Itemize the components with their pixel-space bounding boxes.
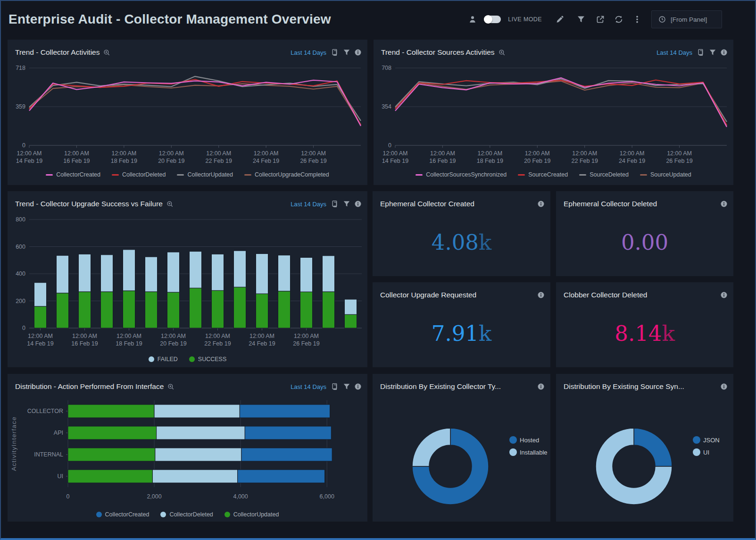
header-controls: LIVE MODE [From Panel] [468, 10, 722, 28]
time-range-label[interactable]: Last 14 Days [291, 383, 326, 390]
legend-label: CollectorCreated [105, 511, 150, 518]
legend-item[interactable]: CollectorSourcesSynchronized [415, 171, 507, 178]
legend-item[interactable]: CollectorUpgradeCompleted [244, 171, 329, 178]
panel-donut-collector-type: Distribution By Existing Collector Ty...… [373, 374, 550, 522]
legend-label[interactable]: UI [703, 449, 709, 456]
zoom-icon[interactable] [167, 383, 174, 390]
info-icon[interactable] [354, 383, 362, 390]
svg-text:12:00 AM: 12:00 AM [161, 333, 186, 339]
svg-text:354: 354 [382, 103, 391, 110]
svg-text:6,000: 6,000 [320, 493, 334, 500]
more-options-icon[interactable] [633, 15, 641, 24]
bar-segment-FAILED [212, 254, 224, 290]
svg-text:359: 359 [16, 103, 25, 110]
legend-label: SUCCESS [198, 356, 226, 363]
legend-marker [96, 512, 102, 517]
filter-icon[interactable] [343, 383, 350, 390]
legend-item[interactable]: CollectorCreated [46, 171, 100, 178]
bar-segment-FAILED [145, 257, 158, 292]
collector-activities-chart: 035971812:00 AM14 Feb 1912:00 AM16 Feb 1… [8, 62, 367, 170]
legend-label: CollectorUpgradeCompleted [255, 171, 329, 178]
info-icon[interactable] [354, 200, 362, 208]
info-icon[interactable] [720, 49, 728, 56]
svg-text:12:00 AM: 12:00 AM [301, 150, 326, 157]
copy-icon[interactable] [698, 49, 705, 56]
panel-trend-upgrade: Trend - Collector Upgrade Success vs Fai… [8, 191, 367, 367]
time-range-label[interactable]: Last 14 Days [656, 49, 692, 56]
legend-label[interactable]: Hosted [520, 437, 539, 444]
panel-ephemeral-collector-deleted: Ephemeral Collector Deleted 0.00 [556, 191, 733, 276]
svg-text:12:00 AM: 12:00 AM [111, 150, 136, 157]
legend-label[interactable]: JSON [703, 437, 720, 444]
legend-item[interactable]: FAILED [149, 356, 178, 363]
filter-icon[interactable] [709, 49, 716, 56]
svg-text:708: 708 [382, 65, 391, 71]
bar-segment-FAILED [234, 251, 246, 287]
info-icon[interactable] [720, 291, 728, 299]
legend-item[interactable]: CollectorCreated [96, 511, 150, 518]
filter-icon[interactable] [577, 15, 585, 24]
panel-distribution-interface: Distribution - Action Performed From Int… [8, 374, 367, 522]
legend-item[interactable]: SourceDeleted [579, 171, 629, 178]
time-range-label[interactable]: Last 14 Days [291, 201, 326, 208]
legend-item[interactable]: CollectorUpdated [177, 171, 233, 178]
bar-segment-CollectorDeleted [152, 470, 237, 483]
legend-item[interactable]: SourceCreated [518, 171, 568, 178]
bar-segment-CollectorUpdated [68, 470, 152, 483]
refresh-icon[interactable] [615, 15, 623, 24]
svg-text:400: 400 [16, 270, 25, 277]
legend-item[interactable]: SourceUpdated [640, 171, 691, 178]
legend-item[interactable]: CollectorDeleted [112, 171, 166, 178]
info-icon[interactable] [354, 49, 362, 56]
legend-label: SourceUpdated [650, 171, 691, 178]
legend-label[interactable]: Installable [520, 449, 548, 456]
bar-segment-SUCCESS [190, 288, 202, 328]
svg-text:718: 718 [16, 65, 25, 71]
info-icon[interactable] [537, 383, 545, 390]
time-range-label[interactable]: Last 14 Days [291, 49, 326, 56]
zoom-icon[interactable] [103, 49, 110, 56]
info-icon[interactable] [720, 200, 728, 208]
time-range-selector[interactable]: [From Panel] [651, 10, 722, 28]
bar-segment-SUCCESS [323, 292, 335, 328]
panel-trend-collector-sources: Trend - Collector Sources Activities Las… [374, 40, 733, 185]
info-icon[interactable] [537, 200, 545, 208]
panel-title: Trend - Collector Sources Activities [381, 48, 495, 57]
share-icon[interactable] [596, 15, 605, 24]
bar-segment-SUCCESS [145, 292, 158, 328]
svg-text:16 Feb 19: 16 Feb 19 [63, 158, 90, 164]
bar-segment-CollectorUpdated [68, 448, 155, 461]
legend-label: CollectorDeleted [122, 171, 166, 178]
edit-icon[interactable] [556, 15, 564, 24]
svg-text:16 Feb 19: 16 Feb 19 [429, 158, 456, 164]
zoom-icon[interactable] [498, 49, 506, 56]
legend-label: SourceCreated [528, 171, 568, 178]
info-icon[interactable] [537, 291, 545, 299]
copy-icon[interactable] [332, 200, 339, 208]
copy-icon[interactable] [332, 383, 339, 390]
info-icon[interactable] [720, 383, 728, 390]
filter-icon[interactable] [343, 49, 350, 56]
panel-ephemeral-collector-created: Ephemeral Collector Created 4.08k [373, 191, 550, 276]
legend-item[interactable]: CollectorDeleted [160, 511, 213, 518]
legend-marker [149, 356, 154, 362]
legend-item[interactable]: SUCCESS [189, 356, 226, 363]
filter-icon[interactable] [343, 200, 350, 208]
collector-type-donut-chart: HostedInstallable [373, 397, 550, 522]
live-mode-toggle[interactable] [484, 16, 501, 23]
zoom-icon[interactable] [166, 201, 174, 208]
bar-segment-FAILED [167, 252, 180, 292]
svg-text:800: 800 [16, 216, 25, 223]
bar-segment-FAILED [57, 255, 69, 293]
panel-donut-source-sync: Distribution By Existing Source Syn... J… [556, 374, 733, 522]
legend-item[interactable]: CollectorUpdated [224, 511, 279, 518]
series-line-CollectorUpdated [29, 76, 361, 121]
svg-text:UI: UI [58, 473, 64, 480]
bar-segment-SUCCESS [34, 306, 47, 328]
panel-title: Trend - Collector Upgrade Success vs Fai… [15, 200, 163, 208]
panel-title: Clobber Collector Deleted [564, 291, 647, 299]
stat-value: 7.91k [373, 321, 550, 346]
copy-icon[interactable] [332, 49, 339, 56]
bar-segment-SUCCESS [345, 314, 357, 328]
svg-text:14 Feb 19: 14 Feb 19 [382, 158, 408, 164]
